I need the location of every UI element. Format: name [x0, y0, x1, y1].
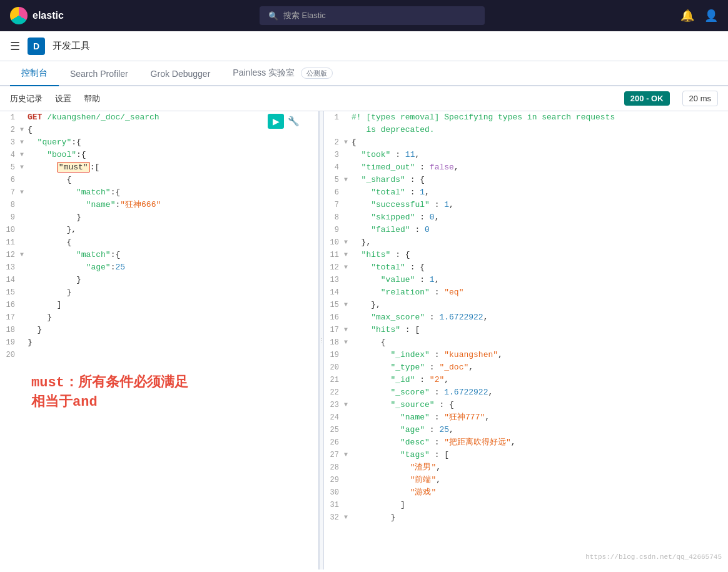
dev-tools-title: 开发工具	[53, 40, 90, 52]
search-placeholder: 搜索 Elastic	[283, 10, 326, 21]
code-line-6: 6 {	[0, 174, 318, 186]
right-line-20: 20 "_type" : "_doc",	[324, 361, 728, 374]
right-line-18: 18 ▼ {	[324, 336, 728, 349]
dev-tools-header: ☰ D 开发工具	[0, 31, 728, 61]
beta-badge: 公测版	[301, 68, 333, 79]
right-line-2: 2 ▼ {	[324, 136, 728, 149]
annotation-area: must：所有条件必须满足 相当于and	[0, 361, 318, 419]
right-line-4: 4 "timed_out" : false,	[324, 161, 728, 174]
status-ok-badge: 200 - OK	[624, 91, 670, 106]
right-line-28: 28 "渣男",	[324, 461, 728, 474]
right-line-8: 8 "skipped" : 0,	[324, 211, 728, 224]
editor-area: ▶ 🔧 1 GET /kuangshen/_doc/_search 2 ▼ { …	[0, 111, 728, 569]
right-line-15: 15 ▼ },	[324, 299, 728, 311]
global-search-bar[interactable]: 🔍 搜索 Elastic	[260, 6, 485, 25]
user-icon[interactable]: 👤	[704, 9, 718, 23]
code-line-7: 7 ▼ "match":{	[0, 186, 318, 199]
pane-divider[interactable]: ⋮	[319, 111, 324, 569]
elastic-logo[interactable]: elastic	[10, 7, 64, 24]
right-line-32: 32 ▼ }	[324, 511, 728, 524]
run-button-area: ▶ 🔧	[268, 114, 300, 129]
run-button[interactable]: ▶	[268, 114, 284, 129]
right-line-10: 10 ▼ },	[324, 236, 728, 249]
code-line-5: 5 ▼ "must":[	[0, 161, 318, 174]
wrench-button[interactable]: 🔧	[288, 114, 300, 129]
annotation-line1: must：所有条件必须满足	[31, 374, 306, 393]
code-line-20: 20	[0, 349, 318, 361]
nav-left: elastic	[10, 7, 64, 24]
left-editor-pane: ▶ 🔧 1 GET /kuangshen/_doc/_search 2 ▼ { …	[0, 111, 319, 569]
settings-button[interactable]: 设置	[55, 93, 71, 104]
right-line-23: 23 ▼ "_source" : {	[324, 399, 728, 411]
right-line-6: 6 "total" : 1,	[324, 186, 728, 199]
code-line-4: 4 ▼ "bool":{	[0, 149, 318, 161]
right-line-25: 25 "age" : 25,	[324, 424, 728, 436]
sidebar-toggle[interactable]: ☰	[10, 39, 20, 53]
right-line-30: 30 "游戏"	[324, 486, 728, 499]
dev-badge: D	[28, 38, 45, 55]
right-line-1b: is deprecated.	[324, 124, 728, 136]
code-line-18: 18 }	[0, 324, 318, 336]
right-line-26: 26 "desc" : "把距离吹得好远",	[324, 436, 728, 449]
right-line-12: 12 ▼ "total" : {	[324, 261, 728, 274]
code-line-15: 15 }	[0, 286, 318, 299]
right-line-16: 16 "max_score" : 1.6722922,	[324, 311, 728, 324]
right-line-14: 14 "relation" : "eq"	[324, 286, 728, 299]
code-line-17: 17 }	[0, 311, 318, 324]
notifications-icon[interactable]: 🔔	[680, 9, 694, 23]
tab-search-profiler[interactable]: Search Profiler	[59, 63, 139, 86]
tab-bar: 控制台 Search Profiler Grok Debugger Painle…	[0, 61, 728, 86]
right-line-31: 31 ]	[324, 499, 728, 511]
right-line-29: 29 "前端",	[324, 474, 728, 486]
code-line-14: 14 }	[0, 274, 318, 286]
right-line-9: 9 "failed" : 0	[324, 224, 728, 236]
top-navbar: elastic 🔍 搜索 Elastic 🔔 👤	[0, 0, 728, 31]
watermark: https://blog.csdn.net/qq_42665745	[585, 551, 722, 563]
elastic-logo-text: elastic	[33, 10, 64, 21]
tab-grok-debugger[interactable]: Grok Debugger	[139, 63, 222, 86]
code-line-10: 10 },	[0, 224, 318, 236]
right-editor-pane: 1 #! [types removal] Specifying types in…	[324, 111, 728, 569]
search-icon: 🔍	[268, 11, 278, 21]
elastic-logo-icon	[10, 7, 28, 24]
code-line-9: 9 }	[0, 211, 318, 224]
code-line-11: 11 {	[0, 236, 318, 249]
right-line-24: 24 "name" : "狂神777",	[324, 411, 728, 424]
right-line-1: 1 #! [types removal] Specifying types in…	[324, 111, 728, 124]
code-line-16: 16 ]	[0, 299, 318, 311]
code-line-13: 13 "age":25	[0, 261, 318, 274]
tab-console[interactable]: 控制台	[10, 61, 59, 86]
right-line-11: 11 ▼ "hits" : {	[324, 249, 728, 261]
right-line-22: 22 "_score" : 1.6722922,	[324, 386, 728, 399]
right-code-editor: 1 #! [types removal] Specifying types in…	[324, 111, 728, 569]
code-line-19: 19 }	[0, 336, 318, 349]
response-time-badge: 20 ms	[682, 91, 718, 106]
right-line-3: 3 "took" : 11,	[324, 149, 728, 161]
tab-painless[interactable]: Painless 实验室 公测版	[221, 61, 344, 86]
left-code-editor[interactable]: 1 GET /kuangshen/_doc/_search 2 ▼ { 3 ▼ …	[0, 111, 318, 569]
history-button[interactable]: 历史记录	[10, 93, 43, 104]
annotation-line2: 相当于and	[31, 393, 306, 413]
code-line-8: 8 "name":"狂神666"	[0, 199, 318, 211]
nav-right: 🔔 👤	[680, 9, 718, 23]
help-button[interactable]: 帮助	[84, 93, 100, 104]
right-line-5: 5 ▼ "_shards" : {	[324, 174, 728, 186]
right-line-19: 19 "_index" : "kuangshen",	[324, 349, 728, 361]
right-line-21: 21 "_id" : "2",	[324, 374, 728, 386]
editor-toolbar: 历史记录 设置 帮助 200 - OK 20 ms	[0, 86, 728, 111]
right-line-27: 27 ▼ "tags" : [	[324, 449, 728, 461]
right-line-13: 13 "value" : 1,	[324, 274, 728, 286]
code-line-3: 3 ▼ "query":{	[0, 136, 318, 149]
right-line-7: 7 "successful" : 1,	[324, 199, 728, 211]
right-line-17: 17 ▼ "hits" : [	[324, 324, 728, 336]
code-line-12: 12 ▼ "match":{	[0, 249, 318, 261]
